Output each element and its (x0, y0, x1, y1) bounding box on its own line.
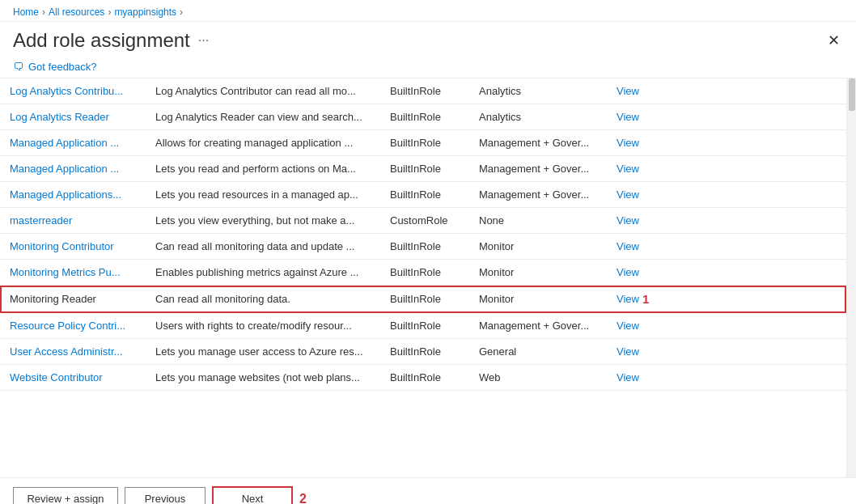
role-category: Management + Gover... (469, 182, 607, 208)
view-link[interactable]: View1 (607, 286, 655, 312)
role-name: User Access Administr... (0, 339, 146, 365)
role-category: Management + Gover... (469, 156, 607, 182)
table-row[interactable]: Managed Application ... Lets you read an… (0, 156, 846, 182)
role-description: Lets you manage websites (not web plans.… (146, 365, 380, 391)
breadcrumb-all-resources[interactable]: All resources (49, 6, 104, 18)
role-name: Website Contributor (0, 365, 146, 391)
role-name: Monitoring Reader (0, 286, 146, 313)
breadcrumb: Home › All resources › myappinsights › (13, 6, 843, 18)
footer: Review + assign Previous Next 2 (0, 477, 856, 504)
more-options-icon[interactable]: ··· (198, 33, 209, 48)
table-row[interactable]: User Access Administr... Lets you manage… (0, 339, 846, 365)
role-type: BuiltInRole (380, 234, 469, 260)
role-type: BuiltInRole (380, 313, 469, 339)
role-category: Web (469, 365, 607, 391)
table-row[interactable]: Monitoring Reader Can read all monitorin… (0, 286, 846, 313)
breadcrumb-sep2: › (108, 6, 111, 18)
role-category: None (469, 208, 607, 234)
role-category: Analytics (469, 104, 607, 130)
role-category: Analytics (469, 78, 607, 104)
table-row[interactable]: Managed Applications... Lets you read re… (0, 182, 846, 208)
role-description: Lets you manage user access to Azure res… (146, 339, 380, 365)
role-category: Monitor (469, 286, 607, 313)
view-link[interactable]: View (607, 234, 655, 259)
breadcrumb-resource[interactable]: myappinsights (114, 6, 176, 18)
role-name: Log Analytics Contribu... (0, 78, 146, 104)
table-row[interactable]: Resource Policy Contri... Users with rig… (0, 313, 846, 339)
view-link[interactable]: View (607, 104, 655, 129)
role-type: BuiltInRole (380, 182, 469, 208)
table-row[interactable]: Log Analytics Reader Log Analytics Reade… (0, 104, 846, 130)
table-row[interactable]: Website Contributor Lets you manage webs… (0, 365, 846, 391)
scrollbar-track[interactable] (846, 78, 856, 477)
table-row[interactable]: Managed Application ... Allows for creat… (0, 130, 846, 156)
feedback-icon: 🗨 (13, 61, 23, 73)
role-name: Managed Applications... (0, 182, 146, 208)
table-row[interactable]: masterreader Lets you view everything, b… (0, 208, 846, 234)
table-row[interactable]: Monitoring Contributor Can read all moni… (0, 234, 846, 260)
top-bar: Home › All resources › myappinsights › A… (0, 0, 856, 78)
view-link[interactable]: View (607, 78, 655, 104)
role-type: CustomRole (380, 208, 469, 234)
role-description: Can read all monitoring data and update … (146, 234, 380, 260)
breadcrumb-sep1: › (42, 6, 45, 18)
role-description: Enables publishing metrics against Azure… (146, 260, 380, 286)
role-description: Users with rights to create/modify resou… (146, 313, 380, 339)
role-name: Managed Application ... (0, 130, 146, 156)
table-container[interactable]: Log Analytics Contribu... Log Analytics … (0, 78, 846, 477)
view-link[interactable]: View (607, 260, 655, 285)
breadcrumb-sep3: › (180, 6, 183, 18)
role-name: Log Analytics Reader (0, 104, 146, 130)
view-link[interactable]: View (607, 130, 655, 155)
role-description: Can read all monitoring data. (146, 286, 380, 313)
next-button[interactable]: Next (212, 486, 293, 504)
role-category: Management + Gover... (469, 130, 607, 156)
main-content: Log Analytics Contribu... Log Analytics … (0, 78, 856, 477)
role-category: Monitor (469, 260, 607, 286)
review-assign-button[interactable]: Review + assign (13, 487, 118, 504)
role-type: BuiltInRole (380, 260, 469, 286)
table-row[interactable]: Log Analytics Contribu... Log Analytics … (0, 78, 846, 104)
role-type: BuiltInRole (380, 286, 469, 313)
role-type: BuiltInRole (380, 78, 469, 104)
view-link[interactable]: View (607, 208, 655, 233)
role-type: BuiltInRole (380, 339, 469, 365)
role-description: Lets you view everything, but not make a… (146, 208, 380, 234)
role-table: Log Analytics Contribu... Log Analytics … (0, 78, 846, 391)
role-category: General (469, 339, 607, 365)
scrollbar-thumb[interactable] (849, 78, 855, 111)
role-description: Lets you read resources in a managed ap.… (146, 182, 380, 208)
role-type: BuiltInRole (380, 130, 469, 156)
view-link[interactable]: View (607, 156, 655, 181)
previous-button[interactable]: Previous (125, 487, 206, 504)
role-category: Management + Gover... (469, 313, 607, 339)
next-badge: 2 (299, 492, 307, 505)
role-name: masterreader (0, 208, 146, 234)
role-name: Managed Application ... (0, 156, 146, 182)
role-type: BuiltInRole (380, 156, 469, 182)
role-description: Log Analytics Reader can view and search… (146, 104, 380, 130)
role-name: Resource Policy Contri... (0, 313, 146, 339)
role-description: Lets you read and perform actions on Ma.… (146, 156, 380, 182)
close-icon[interactable]: ✕ (824, 28, 843, 53)
view-link[interactable]: View (607, 182, 655, 207)
role-category: Monitor (469, 234, 607, 260)
role-type: BuiltInRole (380, 104, 469, 130)
view-link[interactable]: View (607, 339, 655, 364)
role-name: Monitoring Metrics Pu... (0, 260, 146, 286)
role-description: Log Analytics Contributor can read all m… (146, 78, 380, 104)
view-link[interactable]: View (607, 313, 655, 338)
view-link[interactable]: View (607, 365, 655, 390)
role-description: Allows for creating managed application … (146, 130, 380, 156)
table-row[interactable]: Monitoring Metrics Pu... Enables publish… (0, 260, 846, 286)
breadcrumb-home[interactable]: Home (13, 6, 39, 18)
role-name: Monitoring Contributor (0, 234, 146, 260)
role-type: BuiltInRole (380, 365, 469, 391)
page-title: Add role assignment (13, 29, 190, 52)
feedback-link[interactable]: Got feedback? (28, 61, 97, 73)
